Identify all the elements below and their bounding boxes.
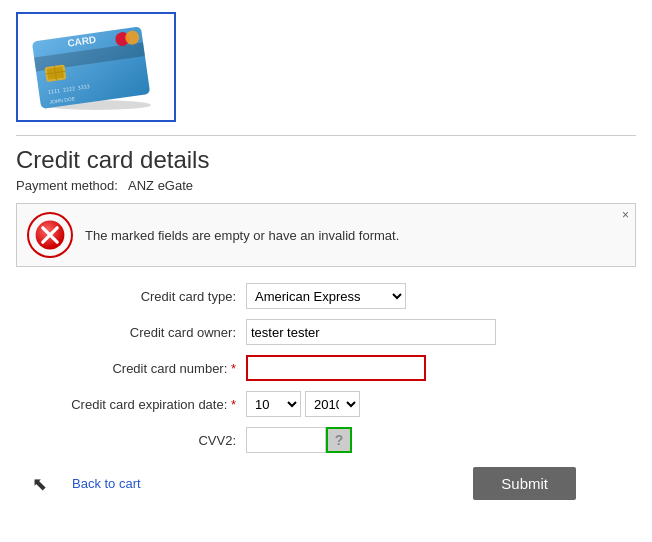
cvv2-input[interactable]	[246, 427, 326, 453]
cc-number-row: Credit card number: *	[16, 355, 636, 381]
cvv2-help-button[interactable]: ?	[326, 427, 352, 453]
error-close-button[interactable]: ×	[622, 208, 629, 222]
back-to-cart-link[interactable]: Back to cart	[72, 476, 141, 491]
card-image-box: 1111 2222 3333 CARD JOHN DOE	[16, 12, 176, 122]
cc-type-label: Credit card type:	[16, 289, 246, 304]
cc-type-row: Credit card type: American Express Visa …	[16, 283, 636, 309]
cursor-area: ⬉	[32, 473, 72, 495]
form-area: Credit card type: American Express Visa …	[16, 283, 636, 453]
credit-card-illustration: 1111 2222 3333 CARD JOHN DOE	[31, 25, 161, 110]
cvv2-wrapper: ?	[246, 427, 352, 453]
cc-expiry-row: Credit card expiration date: * 1234 5678…	[16, 391, 636, 417]
cc-number-input[interactable]	[246, 355, 426, 381]
cc-expiry-required-star: *	[231, 397, 236, 412]
page-title: Credit card details	[16, 146, 636, 174]
cvv2-row: CVV2: ?	[16, 427, 636, 453]
cc-expiry-year-select[interactable]: 200820092010 201120122013 20142015	[305, 391, 360, 417]
error-box: The marked fields are empty or have an i…	[16, 203, 636, 267]
cursor-icon: ⬉	[32, 473, 47, 495]
header-area: 1111 2222 3333 CARD JOHN DOE	[0, 0, 652, 125]
bottom-row: ⬉ Back to cart Submit	[16, 467, 636, 500]
error-icon	[34, 219, 66, 251]
payment-method-value: ANZ eGate	[128, 178, 193, 193]
cc-type-select[interactable]: American Express Visa MasterCard Diners …	[246, 283, 406, 309]
error-message: The marked fields are empty or have an i…	[85, 228, 625, 243]
cc-number-label: Credit card number: *	[16, 361, 246, 376]
expiry-wrapper: 1234 5678 9101112 200820092010 201120122…	[246, 391, 360, 417]
cc-owner-label: Credit card owner:	[16, 325, 246, 340]
main-content: Credit card details Payment method: ANZ …	[0, 136, 652, 520]
payment-method-line: Payment method: ANZ eGate	[16, 178, 636, 193]
submit-button[interactable]: Submit	[473, 467, 576, 500]
cc-owner-input[interactable]	[246, 319, 496, 345]
cc-expiry-month-select[interactable]: 1234 5678 9101112	[246, 391, 301, 417]
cc-expiry-label: Credit card expiration date: *	[16, 397, 246, 412]
cvv2-label: CVV2:	[16, 433, 246, 448]
cc-owner-row: Credit card owner:	[16, 319, 636, 345]
error-icon-wrapper	[27, 212, 73, 258]
cc-number-required-star: *	[231, 361, 236, 376]
payment-method-label: Payment method:	[16, 178, 118, 193]
card-image-inner: 1111 2222 3333 CARD JOHN DOE	[24, 20, 168, 114]
